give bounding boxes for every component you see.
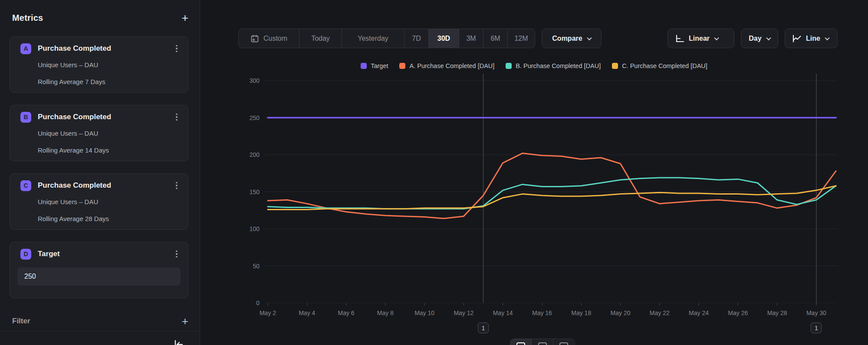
view-details-button[interactable] [553,339,575,345]
kebab-menu-icon[interactable] [173,250,180,259]
x-axis-label: May 20 [611,309,631,316]
metric-card-a[interactable]: A Purchase Completed Unique Users – DAU … [10,36,188,93]
x-axis-label: May 30 [806,309,826,316]
x-axis-label: May 16 [532,309,552,316]
annotation-badge[interactable]: 1 [811,322,822,333]
metric-title: Purchase Completed [38,113,173,121]
metric-rolling-average: Rolling Average 7 Days [38,78,105,85]
metric-measurement: Unique Users – DAU [38,198,98,205]
y-axis-label: 50 [253,263,260,270]
series-b[interactable] [268,178,836,209]
metric-measurement: Unique Users – DAU [38,130,98,137]
y-axis-label: 300 [250,77,260,84]
metrics-dashboard: Metrics + A Purchase Completed Unique Us… [0,0,868,345]
table-view-icon [538,342,547,345]
y-axis-label: 250 [250,114,260,121]
sidebar-title: Metrics [12,13,43,23]
x-axis-label: May 18 [571,309,591,316]
add-metric-button[interactable]: + [182,12,188,23]
metric-badge-d: D [20,249,31,260]
metric-rolling-average: Rolling Average 28 Days [38,215,109,222]
series-c[interactable] [268,186,836,210]
x-axis-label: May 6 [338,309,354,316]
metrics-sidebar: Metrics + A Purchase Completed Unique Us… [0,0,200,345]
metric-card-head: B Purchase Completed [20,111,180,123]
metric-badge-c: C [20,180,31,191]
sidebar-divider [0,331,200,331]
add-filter-button[interactable]: + [182,316,188,327]
x-axis-label: May 8 [377,309,394,316]
chart-view-icon [516,342,525,345]
y-axis-label: 100 [250,225,260,232]
metric-measurement: Unique Users – DAU [38,61,98,68]
kebab-menu-icon[interactable] [173,44,180,53]
x-axis-label: May 24 [689,309,709,316]
target-title: Target [38,250,173,258]
target-card-head: D Target [20,248,180,260]
kebab-menu-icon[interactable] [173,113,180,122]
y-axis-label: 0 [256,299,260,306]
view-table-button[interactable] [532,339,553,345]
metric-badge-a: A [20,43,31,54]
details-view-icon [559,342,568,345]
view-chart-button[interactable] [510,339,532,345]
target-card[interactable]: D Target [10,242,188,298]
x-axis-label: May 22 [650,309,670,316]
metric-badge-b: B [20,112,31,123]
x-axis-label: May 26 [728,309,748,316]
metric-rolling-average: Rolling Average 14 Days [38,146,109,154]
metric-card-c[interactable]: C Purchase Completed Unique Users – DAU … [10,173,188,230]
y-axis-label: 150 [250,189,260,195]
y-axis-label: 200 [250,151,260,158]
metric-card-b[interactable]: B Purchase Completed Unique Users – DAU … [10,105,188,161]
bottom-view-switcher [510,338,575,345]
line-chart[interactable]: 050100150200250300May 2May 4May 6May 8Ma… [200,0,868,345]
x-axis-label: May 10 [414,309,434,316]
target-value-input[interactable] [17,267,181,286]
sidebar-header: Metrics + [12,11,188,24]
filter-label: Filter [12,317,30,325]
x-axis-label: May 28 [767,309,787,316]
collapse-sidebar-icon[interactable] [172,338,185,345]
metric-title: Purchase Completed [38,181,173,190]
x-axis-label: May 14 [493,309,513,316]
annotation-badge[interactable]: 1 [478,322,489,333]
x-axis-label: May 2 [260,309,276,316]
metric-title: Purchase Completed [38,44,173,53]
metric-card-head: C Purchase Completed [20,180,180,191]
filter-section: Filter + [12,315,188,328]
x-axis-label: May 12 [454,309,473,316]
x-axis-label: May 4 [299,309,315,316]
metric-card-head: A Purchase Completed [20,43,180,54]
kebab-menu-icon[interactable] [173,181,180,190]
